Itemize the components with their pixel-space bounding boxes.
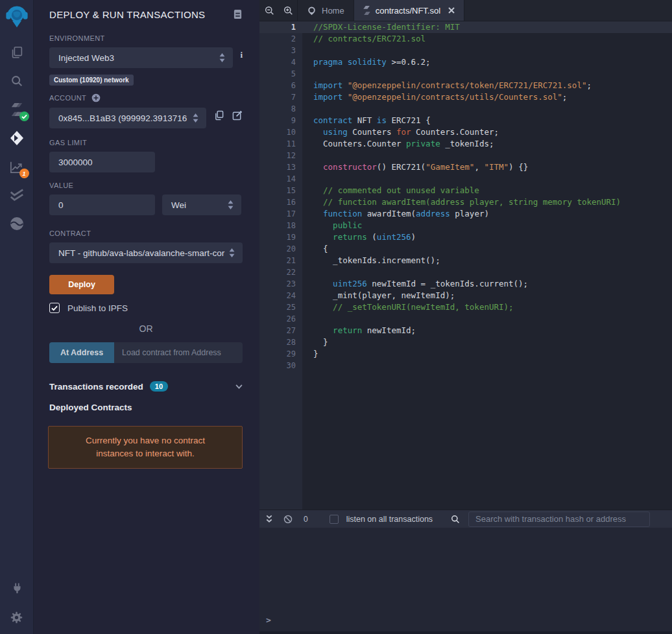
at-address-button[interactable]: At Address (49, 342, 114, 363)
terminal-search-input[interactable] (468, 511, 650, 527)
at-address-input[interactable] (114, 342, 243, 363)
settings-icon[interactable] (8, 609, 25, 626)
deployed-contracts-heading: Deployed Contracts (49, 403, 243, 412)
solidity-compiler-icon[interactable] (8, 101, 25, 118)
listen-transactions-label: listen on all transactions (346, 515, 433, 524)
code-line[interactable]: 27 return newItemId; (259, 325, 672, 336)
code-line[interactable]: 20 { (259, 243, 672, 255)
code-line[interactable]: 12 (259, 150, 672, 161)
code-line[interactable]: 8 (259, 103, 672, 115)
analytics-icon[interactable]: 1 (8, 158, 25, 175)
value-unit-select[interactable]: Wei (162, 194, 241, 215)
documentation-icon[interactable] (233, 9, 243, 20)
line-number: 21 (259, 255, 296, 266)
terminal-console[interactable]: > (259, 528, 672, 634)
network-badge: Custom (10920) network (49, 75, 134, 86)
line-number: 17 (259, 208, 296, 220)
code-line[interactable]: 1//SPDX-License-Identifier: MIT (259, 21, 672, 33)
add-account-icon[interactable] (91, 93, 101, 102)
clear-console-icon[interactable] (283, 515, 293, 524)
line-number: 16 (259, 196, 296, 208)
code-line[interactable]: 11 Counters.Counter private _tokenIds; (259, 138, 672, 150)
value-input[interactable] (49, 194, 155, 215)
line-number: 11 (259, 138, 296, 150)
edit-account-icon[interactable] (232, 110, 243, 121)
transactions-count-badge: 10 (150, 381, 168, 392)
code-line[interactable]: 18 public (259, 220, 672, 231)
listen-transactions-checkbox[interactable] (330, 515, 339, 524)
deploy-run-icon[interactable] (8, 130, 25, 147)
line-number: 6 (259, 80, 296, 91)
tab-home[interactable]: Home (297, 0, 354, 21)
pending-tx-count: 0 (304, 515, 308, 524)
contract-label: CONTRACT (49, 229, 243, 237)
line-number: 13 (259, 161, 296, 173)
code-line[interactable]: 26 (259, 313, 672, 325)
account-label: ACCOUNT (49, 94, 86, 102)
zoom-out-icon[interactable] (265, 6, 274, 16)
line-number: 20 (259, 243, 296, 255)
code-line[interactable]: 9contract NFT is ERC721 { (259, 115, 672, 126)
gas-limit-label: GAS LIMIT (49, 139, 243, 147)
line-number: 30 (259, 360, 296, 371)
code-editor[interactable]: 1//SPDX-License-Identifier: MIT2// contr… (259, 21, 672, 510)
tab-contracts-nft[interactable]: contracts/NFT.sol (354, 0, 464, 21)
code-line[interactable]: 17 function awardItem(address player) (259, 208, 672, 220)
code-line[interactable]: 15 // commented out unused variable (259, 185, 672, 196)
plugin-manager-icon[interactable] (8, 580, 25, 596)
code-line[interactable]: 3 (259, 45, 672, 56)
expand-terminal-icon[interactable] (265, 515, 273, 523)
line-number: 27 (259, 325, 296, 336)
search-icon[interactable] (8, 73, 25, 89)
code-line[interactable]: 19 returns (uint256) (259, 231, 672, 243)
code-line[interactable]: 10 using Counters for Counters.Counter; (259, 126, 672, 138)
file-explorer-icon[interactable] (8, 44, 25, 61)
copy-account-icon[interactable] (214, 110, 224, 121)
environment-info-icon[interactable]: i (240, 50, 243, 60)
account-select[interactable]: 0x845...B1aB3 (999992.3913716 (49, 108, 206, 128)
chevron-down-icon[interactable] (235, 384, 243, 389)
line-number: 24 (259, 290, 296, 301)
deploy-button[interactable]: Deploy (49, 275, 114, 294)
line-number: 29 (259, 348, 296, 360)
terminal-prompt: > (266, 615, 271, 625)
code-line[interactable]: 22 (259, 266, 672, 278)
compile-success-badge (19, 112, 29, 121)
code-line[interactable]: 4pragma solidity >=0.6.2; (259, 56, 672, 68)
gas-limit-input[interactable] (49, 152, 155, 172)
code-line[interactable]: 29} (259, 348, 672, 360)
code-line[interactable]: 2// contracts/ERC721.sol (259, 33, 672, 45)
code-line[interactable]: 28 } (259, 336, 672, 348)
remix-logo[interactable] (5, 4, 29, 30)
code-line[interactable]: 23 uint256 newItemId = _tokenIds.current… (259, 278, 672, 290)
line-number: 25 (259, 301, 296, 313)
code-line[interactable]: 7import "@openzeppelin/contracts/utils/C… (259, 91, 672, 103)
static-analysis-icon[interactable] (8, 187, 25, 204)
select-caret-icon (193, 113, 198, 123)
line-number: 10 (259, 126, 296, 138)
code-lines: 1//SPDX-License-Identifier: MIT2// contr… (259, 21, 672, 371)
tab-file-label: contracts/NFT.sol (376, 6, 440, 16)
line-number: 23 (259, 278, 296, 290)
code-line[interactable]: 16 // function awardItem(address player,… (259, 196, 672, 208)
code-line[interactable]: 6import "@openzeppelin/contracts/token/E… (259, 80, 672, 91)
close-tab-icon[interactable] (448, 7, 455, 14)
code-line[interactable]: 13 constructor() ERC721("GameItem", "ITM… (259, 161, 672, 173)
editor-area: Home contracts/NFT.sol 1//SPDX-License-I… (259, 0, 672, 634)
debugger-icon[interactable] (8, 215, 25, 232)
publish-ipfs-checkbox[interactable]: Publish to IPFS (49, 303, 243, 313)
alert-count-badge: 1 (19, 169, 29, 178)
environment-select[interactable]: Injected Web3 (49, 47, 233, 68)
code-line[interactable]: 14 (259, 173, 672, 185)
zoom-in-icon[interactable] (283, 6, 293, 16)
contract-select[interactable]: NFT - github/ava-labs/avalanche-smart-co… (49, 242, 243, 263)
code-line[interactable]: 5 (259, 68, 672, 80)
transactions-recorded-toggle[interactable]: Transactions recorded 10 (49, 381, 243, 392)
code-line[interactable]: 21 _tokenIds.increment(); (259, 255, 672, 266)
code-line[interactable]: 30 (259, 360, 672, 371)
line-number: 7 (259, 91, 296, 103)
remix-home-icon (307, 6, 317, 16)
code-line[interactable]: 24 _mint(player, newItemId); (259, 290, 672, 301)
code-line[interactable]: 25 // _setTokenURI(newItemId, tokenURI); (259, 301, 672, 313)
line-number: 12 (259, 150, 296, 161)
